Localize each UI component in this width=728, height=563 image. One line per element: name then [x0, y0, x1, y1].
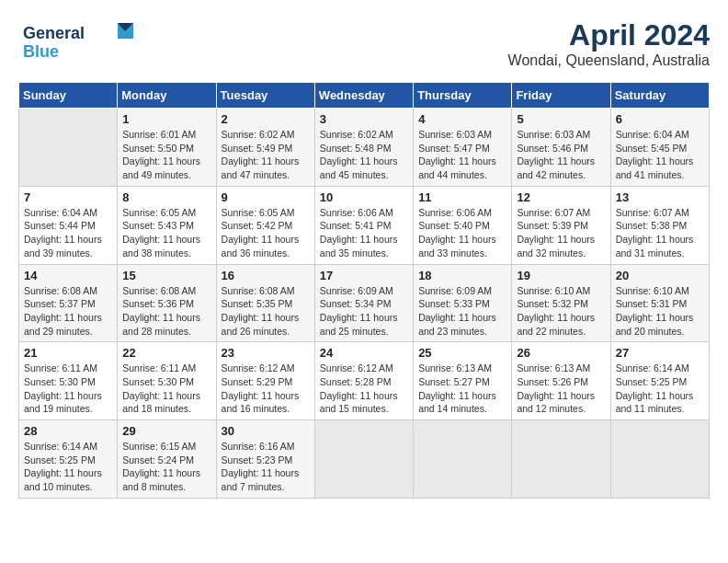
weekday-header: Wednesday: [314, 83, 413, 109]
day-number: 15: [122, 269, 210, 282]
calendar-cell: 17Sunrise: 6:09 AMSunset: 5:34 PMDayligh…: [314, 264, 413, 342]
day-number: 7: [24, 190, 112, 204]
day-info: Sunrise: 6:14 AMSunset: 5:25 PMDaylight:…: [24, 440, 112, 494]
day-number: 4: [418, 112, 506, 126]
logo-text: General Blue: [18, 18, 138, 73]
day-info: Sunrise: 6:02 AMSunset: 5:48 PMDaylight:…: [320, 128, 408, 182]
day-number: 18: [418, 269, 506, 282]
day-info: Sunrise: 6:08 AMSunset: 5:36 PMDaylight:…: [122, 284, 210, 339]
calendar-cell: 3Sunrise: 6:02 AMSunset: 5:48 PMDaylight…: [314, 109, 413, 187]
day-number: 16: [222, 269, 310, 282]
title-area: April 2024 Wondai, Queensland, Australia: [508, 18, 710, 69]
day-number: 24: [320, 346, 408, 360]
day-info: Sunrise: 6:14 AMSunset: 5:25 PMDaylight:…: [616, 362, 704, 416]
calendar-cell: 10Sunrise: 6:06 AMSunset: 5:41 PMDayligh…: [314, 186, 413, 264]
weekday-header: Thursday: [414, 83, 512, 109]
day-info: Sunrise: 6:05 AMSunset: 5:43 PMDaylight:…: [122, 206, 210, 260]
calendar-cell: 8Sunrise: 6:05 AMSunset: 5:43 PMDaylight…: [118, 186, 216, 264]
day-info: Sunrise: 6:08 AMSunset: 5:37 PMDaylight:…: [24, 284, 112, 339]
day-info: Sunrise: 6:03 AMSunset: 5:46 PMDaylight:…: [517, 128, 605, 182]
day-number: 13: [616, 190, 704, 204]
day-info: Sunrise: 6:03 AMSunset: 5:47 PMDaylight:…: [418, 128, 506, 182]
day-number: 21: [24, 346, 112, 360]
location-title: Wondai, Queensland, Australia: [508, 52, 710, 69]
calendar-cell: 14Sunrise: 6:08 AMSunset: 5:37 PMDayligh…: [19, 264, 118, 342]
day-number: 29: [122, 424, 210, 438]
day-info: Sunrise: 6:10 AMSunset: 5:31 PMDaylight:…: [616, 284, 704, 339]
calendar-cell: 22Sunrise: 6:11 AMSunset: 5:30 PMDayligh…: [118, 342, 216, 420]
day-info: Sunrise: 6:13 AMSunset: 5:26 PMDaylight:…: [517, 362, 605, 416]
day-number: 12: [517, 190, 605, 204]
day-number: 19: [517, 269, 605, 282]
calendar-cell: 7Sunrise: 6:04 AMSunset: 5:44 PMDaylight…: [19, 186, 118, 264]
day-info: Sunrise: 6:05 AMSunset: 5:42 PMDaylight:…: [222, 206, 310, 260]
day-number: 27: [616, 346, 704, 360]
weekday-header: Saturday: [610, 83, 709, 109]
day-info: Sunrise: 6:07 AMSunset: 5:39 PMDaylight:…: [517, 206, 605, 260]
calendar-cell: 24Sunrise: 6:12 AMSunset: 5:28 PMDayligh…: [314, 342, 413, 420]
calendar-cell: 20Sunrise: 6:10 AMSunset: 5:31 PMDayligh…: [610, 264, 709, 342]
day-number: 6: [616, 112, 704, 126]
calendar-cell: 16Sunrise: 6:08 AMSunset: 5:35 PMDayligh…: [216, 264, 314, 342]
day-number: 14: [24, 269, 112, 282]
calendar-cell: 19Sunrise: 6:10 AMSunset: 5:32 PMDayligh…: [512, 264, 610, 342]
calendar-cell: [314, 420, 413, 499]
day-number: 9: [222, 190, 310, 204]
day-info: Sunrise: 6:15 AMSunset: 5:24 PMDaylight:…: [122, 440, 210, 494]
calendar-cell: [19, 109, 118, 187]
weekday-header: Tuesday: [216, 83, 314, 109]
day-info: Sunrise: 6:06 AMSunset: 5:41 PMDaylight:…: [320, 206, 408, 260]
svg-text:Blue: Blue: [23, 42, 59, 61]
calendar-cell: [414, 420, 512, 499]
calendar-cell: [610, 420, 709, 499]
header: General Blue April 2024 Wondai, Queensla…: [18, 18, 710, 73]
calendar-cell: 5Sunrise: 6:03 AMSunset: 5:46 PMDaylight…: [512, 109, 610, 187]
day-info: Sunrise: 6:11 AMSunset: 5:30 PMDaylight:…: [24, 362, 112, 416]
day-info: Sunrise: 6:12 AMSunset: 5:29 PMDaylight:…: [222, 362, 310, 416]
weekday-header: Friday: [512, 83, 610, 109]
calendar-cell: 2Sunrise: 6:02 AMSunset: 5:49 PMDaylight…: [216, 109, 314, 187]
calendar-cell: 27Sunrise: 6:14 AMSunset: 5:25 PMDayligh…: [610, 342, 709, 420]
day-info: Sunrise: 6:11 AMSunset: 5:30 PMDaylight:…: [122, 362, 210, 416]
day-number: 10: [320, 190, 408, 204]
logo: General Blue: [18, 18, 138, 73]
calendar-cell: 1Sunrise: 6:01 AMSunset: 5:50 PMDaylight…: [118, 109, 216, 187]
calendar-table: SundayMondayTuesdayWednesdayThursdayFrid…: [18, 82, 710, 499]
day-info: Sunrise: 6:08 AMSunset: 5:35 PMDaylight:…: [222, 284, 310, 339]
day-number: 5: [517, 112, 605, 126]
day-number: 8: [122, 190, 210, 204]
calendar-cell: [512, 420, 610, 499]
calendar-cell: 21Sunrise: 6:11 AMSunset: 5:30 PMDayligh…: [19, 342, 118, 420]
day-number: 22: [122, 346, 210, 360]
day-number: 3: [320, 112, 408, 126]
day-info: Sunrise: 6:04 AMSunset: 5:44 PMDaylight:…: [24, 206, 112, 260]
calendar-cell: 6Sunrise: 6:04 AMSunset: 5:45 PMDaylight…: [610, 109, 709, 187]
calendar-cell: 30Sunrise: 6:16 AMSunset: 5:23 PMDayligh…: [216, 420, 314, 499]
day-number: 2: [222, 112, 310, 126]
day-number: 11: [418, 190, 506, 204]
calendar-cell: 28Sunrise: 6:14 AMSunset: 5:25 PMDayligh…: [19, 420, 118, 499]
day-number: 26: [517, 346, 605, 360]
day-info: Sunrise: 6:13 AMSunset: 5:27 PMDaylight:…: [418, 362, 506, 416]
day-info: Sunrise: 6:12 AMSunset: 5:28 PMDaylight:…: [320, 362, 408, 416]
calendar-cell: 4Sunrise: 6:03 AMSunset: 5:47 PMDaylight…: [414, 109, 512, 187]
calendar-cell: 11Sunrise: 6:06 AMSunset: 5:40 PMDayligh…: [414, 186, 512, 264]
day-info: Sunrise: 6:04 AMSunset: 5:45 PMDaylight:…: [616, 128, 704, 182]
calendar-cell: 12Sunrise: 6:07 AMSunset: 5:39 PMDayligh…: [512, 186, 610, 264]
day-info: Sunrise: 6:10 AMSunset: 5:32 PMDaylight:…: [517, 284, 605, 339]
calendar-cell: 9Sunrise: 6:05 AMSunset: 5:42 PMDaylight…: [216, 186, 314, 264]
svg-text:General: General: [23, 24, 85, 42]
day-number: 20: [616, 269, 704, 282]
day-number: 1: [122, 112, 210, 126]
calendar-cell: 23Sunrise: 6:12 AMSunset: 5:29 PMDayligh…: [216, 342, 314, 420]
calendar-cell: 13Sunrise: 6:07 AMSunset: 5:38 PMDayligh…: [610, 186, 709, 264]
day-info: Sunrise: 6:02 AMSunset: 5:49 PMDaylight:…: [222, 128, 310, 182]
day-info: Sunrise: 6:09 AMSunset: 5:34 PMDaylight:…: [320, 284, 408, 339]
day-number: 23: [222, 346, 310, 360]
day-number: 17: [320, 269, 408, 282]
calendar-cell: 29Sunrise: 6:15 AMSunset: 5:24 PMDayligh…: [118, 420, 216, 499]
day-number: 25: [418, 346, 506, 360]
month-title: April 2024: [508, 18, 710, 52]
day-info: Sunrise: 6:01 AMSunset: 5:50 PMDaylight:…: [122, 128, 210, 182]
calendar-cell: 15Sunrise: 6:08 AMSunset: 5:36 PMDayligh…: [118, 264, 216, 342]
